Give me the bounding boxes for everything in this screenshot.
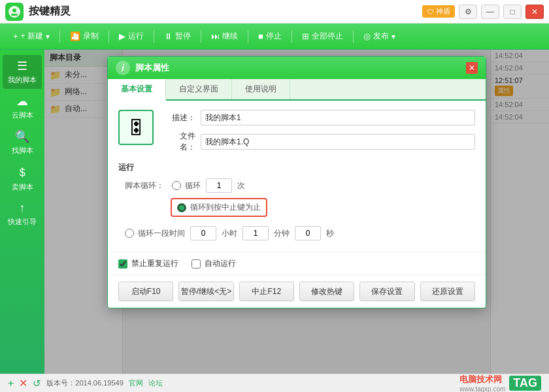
sidebar-item-find-scripts[interactable]: 🔍 找脚本 xyxy=(3,125,42,159)
dialog-icon-area: 🎛 xyxy=(118,110,158,153)
action-buttons: 启动F10 暂停/继续<无> 中止F12 修改热键 保存设置 还原设置 xyxy=(108,275,486,308)
pause-icon: ⏸ xyxy=(164,31,173,41)
pause-button[interactable]: ⏸ 暂停 xyxy=(159,28,196,44)
settings-button[interactable]: ⚙ xyxy=(459,5,477,19)
official-link[interactable]: 官网 xyxy=(129,378,143,388)
add-script-button[interactable]: + xyxy=(8,378,14,389)
loop-option3-group[interactable]: 循环一段时间 xyxy=(125,228,185,239)
svg-point-1 xyxy=(12,8,16,12)
checkbox-row: 禁止重复运行 自动运行 xyxy=(108,252,486,275)
filename-row: 文件名： xyxy=(167,131,475,153)
record-button[interactable]: 🎦 录制 xyxy=(65,28,104,44)
version-label: 版本号：2014.06.19549 xyxy=(46,378,123,388)
stop-button[interactable]: 中止F12 xyxy=(239,282,294,301)
sidebar-item-quick-guide[interactable]: ↑ 快速引导 xyxy=(3,197,42,231)
save-settings-button[interactable]: 保存设置 xyxy=(359,282,414,301)
modify-hotkey-button[interactable]: 修改热键 xyxy=(299,282,354,301)
sidebar-item-cloud-scripts[interactable]: ☁ 云脚本 xyxy=(3,90,42,124)
restore-settings-button[interactable]: 还原设置 xyxy=(420,282,475,301)
stop-all-icon: ⊞ xyxy=(302,31,309,41)
sidebar: ☰ 我的脚本 ☁ 云脚本 🔍 找脚本 ＄ 卖脚本 ↑ 快速引导 xyxy=(0,50,44,374)
app-title: 按键精灵 xyxy=(29,5,422,18)
brand-url: www.tagxp.com xyxy=(459,385,505,392)
loop-row-3: 循环一段时间 小时 分钟 秒 xyxy=(118,226,475,240)
close-button[interactable]: ✕ xyxy=(525,5,544,19)
toolbar-separator-3 xyxy=(154,30,154,43)
search-icon: 🔍 xyxy=(15,129,29,144)
sidebar-item-my-scripts[interactable]: ☰ 我的脚本 xyxy=(3,55,42,89)
refresh-button[interactable]: ↺ xyxy=(33,378,41,389)
toolbar: + + 新建 ▾ 🎦 录制 ▶ 运行 ⏸ 暂停 ⏭ 继续 ■ 停止 ⊞ 全部停止… xyxy=(0,24,549,50)
loop-radio-3[interactable] xyxy=(125,229,134,238)
filename-input[interactable] xyxy=(201,134,475,150)
dialog-title: 脚本属性 xyxy=(135,62,461,74)
tab-custom-ui[interactable]: 自定义界面 xyxy=(166,79,232,99)
properties-dialog: i 脚本属性 ✕ 基本设置 自定义界面 使用说明 🎛 xyxy=(107,56,486,308)
loop-duration-input[interactable] xyxy=(190,226,216,240)
loop-hour-input[interactable] xyxy=(242,226,269,240)
loop-option1-group[interactable]: 循环 xyxy=(172,180,201,191)
new-button[interactable]: + + 新建 ▾ xyxy=(8,28,55,44)
loop-option2-group[interactable]: 循环到按中止键为止 xyxy=(177,202,261,213)
loop-count-input[interactable] xyxy=(206,178,232,193)
bottom-bar: + ✕ ↺ 版本号：2014.06.19549 官网 论坛 电脑技术网 www.… xyxy=(0,374,549,392)
continue-icon: ⏭ xyxy=(211,31,220,41)
guide-icon: ↑ xyxy=(20,201,25,215)
dialog-overlay: i 脚本属性 ✕ 基本设置 自定义界面 使用说明 🎛 xyxy=(44,50,549,374)
loop-radio-1[interactable] xyxy=(172,181,181,190)
toolbar-separator-4 xyxy=(201,30,201,43)
no-repeat-group[interactable]: 禁止重复运行 xyxy=(118,258,178,269)
pause-continue-button[interactable]: 暂停/继续<无> xyxy=(178,282,233,301)
toolbar-separator-1 xyxy=(59,30,60,43)
delete-script-button[interactable]: ✕ xyxy=(19,377,27,389)
sell-icon: ＄ xyxy=(16,165,28,180)
shield-badge: 🛡 神盾 xyxy=(422,5,455,18)
dialog-fields: 描述： 文件名： xyxy=(167,110,475,153)
titlebar: 按键精灵 🛡 神盾 ⚙ — □ ✕ xyxy=(0,0,549,24)
stop-all-button[interactable]: ⊞ 全部停止 xyxy=(297,28,348,44)
description-row: 描述： xyxy=(167,110,475,125)
tab-usage[interactable]: 使用说明 xyxy=(232,79,290,99)
publish-icon: ◎ xyxy=(363,31,371,41)
toolbar-separator-6 xyxy=(291,30,292,43)
toolbar-separator-7 xyxy=(353,30,354,43)
app-logo xyxy=(5,3,24,21)
sidebar-item-sell-scripts[interactable]: ＄ 卖脚本 xyxy=(3,161,42,196)
dialog-close-button[interactable]: ✕ xyxy=(466,62,478,74)
filename-label: 文件名： xyxy=(167,131,195,153)
loop-row-1: 脚本循环： 循环 次 xyxy=(118,178,475,193)
dialog-body: 🎛 描述： 文件名： xyxy=(108,101,486,162)
no-repeat-checkbox[interactable] xyxy=(118,259,127,269)
tab-basic-settings[interactable]: 基本设置 xyxy=(108,79,166,101)
loop-min-input[interactable] xyxy=(295,226,321,240)
loop-radio-2[interactable] xyxy=(177,203,186,212)
description-input[interactable] xyxy=(201,110,475,125)
new-icon: + xyxy=(13,31,18,41)
forum-link[interactable]: 论坛 xyxy=(148,378,163,388)
main-layout: ☰ 我的脚本 ☁ 云脚本 🔍 找脚本 ＄ 卖脚本 ↑ 快速引导 脚本目录 📁 xyxy=(0,50,549,374)
cloud-icon: ☁ xyxy=(16,94,28,108)
publish-button[interactable]: ◎ 发布 ▾ xyxy=(358,28,401,44)
brand-text: 电脑技术网 xyxy=(459,374,505,385)
run-title: 运行 xyxy=(118,162,475,173)
auto-run-group[interactable]: 自动运行 xyxy=(191,258,236,269)
restore-button[interactable]: □ xyxy=(503,5,522,19)
dialog-tabs: 基本设置 自定义界面 使用说明 xyxy=(108,79,486,101)
run-icon: ▶ xyxy=(119,31,125,41)
auto-run-checkbox[interactable] xyxy=(191,259,201,269)
script-icon: 🎛 xyxy=(118,110,154,145)
run-button[interactable]: ▶ 运行 xyxy=(114,28,149,44)
start-button[interactable]: 启动F10 xyxy=(118,282,173,301)
dialog-info-icon: i xyxy=(116,61,130,75)
dialog-titlebar: i 脚本属性 ✕ xyxy=(108,57,486,79)
svg-rect-2 xyxy=(11,14,18,16)
description-label: 描述： xyxy=(167,112,195,123)
my-scripts-icon: ☰ xyxy=(17,59,27,73)
brand-area: 电脑技术网 www.tagxp.com TAG xyxy=(459,374,541,392)
stop-button[interactable]: ■ 停止 xyxy=(253,28,287,44)
continue-button[interactable]: ⏭ 继续 xyxy=(206,28,243,44)
minimize-button[interactable]: — xyxy=(481,5,499,19)
content-area: 脚本目录 📁 未分... 📁 网络... 📁 自动... 14:52:04 14… xyxy=(44,50,549,374)
brand-tag: TAG xyxy=(509,376,541,391)
toolbar-separator-5 xyxy=(248,30,248,43)
